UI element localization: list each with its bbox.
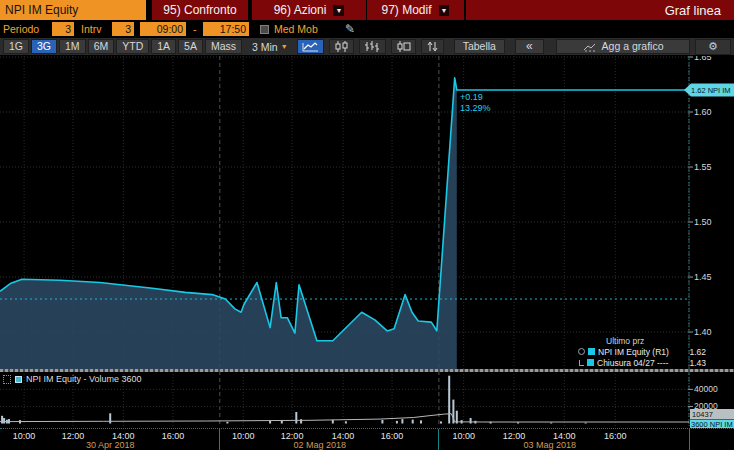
annotate-icon [579,360,584,366]
price-legend: Ultimo prz NPI IM Equity (R1) 1.62 Chius… [578,336,706,368]
security-input[interactable]: NPI IM Equity [0,0,146,20]
menu-azioni[interactable]: 96) Azioni ▼ [252,0,366,20]
volume-bar [412,420,414,424]
series-swatch [588,348,595,355]
chart-plot-area[interactable]: 1.651.601.551.501.451.4040000200001.62 N… [0,56,734,428]
agg-a-grafico-button[interactable]: Agg a grafico [556,39,691,54]
volume-bar [585,423,587,424]
gear-icon[interactable]: ⚙ [695,39,731,55]
time-tick-label: 12:00 [62,431,85,441]
view-title: Graf linea [665,3,721,18]
volume-bar [295,412,297,424]
menu-modif[interactable]: 97) Modif ▼ [367,0,464,20]
volume-bar [401,419,403,423]
series-swatch [587,359,594,366]
intrv-label: Intrv [81,23,101,35]
legend-item-value: 1.62 [689,347,706,357]
interval-label: 3 Min [252,41,278,53]
range-button-5a[interactable]: 5A [178,39,203,54]
candle-window-icon[interactable] [391,39,416,54]
volume-ma-line [0,414,689,422]
intrv-input[interactable]: 3 [112,22,134,36]
pane-options-icon [3,375,11,384]
volume-avg-tag-label: 10437 [692,410,713,419]
range-button-1g[interactable]: 1G [3,39,29,54]
time-tick-label: 10:00 [452,431,475,441]
volume-bar [109,413,111,423]
bloomberg-chart-window: NPI IM Equity 95) Confronto 96) Azioni ▼… [0,0,734,450]
periodo-input[interactable]: 3 [52,22,74,36]
med-mob-label: Med Mob [274,23,318,35]
volume-bar [396,421,398,424]
med-mob-checkbox[interactable] [260,25,269,34]
range-button-1m[interactable]: 1M [59,39,86,54]
volume-bar [381,420,383,424]
price-axis-label: 1.45 [694,272,712,282]
day-separator [438,429,439,450]
legend-item-last[interactable]: NPI IM Equity (R1) 1.62 [578,346,706,357]
price-axis-label: 1.65 [694,56,712,62]
time-tick-label: 12:00 [503,431,526,441]
compare-arrows-icon[interactable] [421,39,444,54]
price-axis-label: 1.60 [694,107,712,117]
periodo-label: Periodo [3,23,39,35]
date-label: 30 Apr 2018 [86,440,135,450]
time-axis: 10:0012:0014:0016:0010:0012:0014:0016:00… [0,428,734,450]
price-axis-label: 1.50 [694,217,712,227]
time-tick-label: 10:00 [232,431,255,441]
menu-azioni-label: 96) Azioni [274,3,327,17]
pane-divider[interactable] [0,369,734,372]
time-tick-label: 10:00 [13,431,36,441]
line-chart-icon[interactable] [297,39,324,54]
range-button-group: 1G3G1M6MYTD1A5AMass [3,39,242,54]
volume-bar [332,420,334,424]
view-title-segment: Graf linea [466,0,734,20]
day-separator [689,429,690,450]
volume-bar [440,421,442,423]
last-price-tag-label: 1.62 NPI IM [691,86,731,95]
collapse-panel-button[interactable]: « [515,39,544,54]
time-tick-label: 16:00 [604,431,627,441]
volume-bar [1,416,3,424]
legend-item-close[interactable]: Chiusura 04/27 ---- 1.43 [578,357,706,368]
volume-bar [269,421,271,424]
volume-bar [3,418,5,424]
track-icon [578,348,585,355]
candlestick-icon[interactable] [329,39,354,54]
volume-bar [550,423,552,424]
volume-bar [470,418,472,424]
range-button-mass[interactable]: Mass [205,39,242,54]
time-from-input[interactable]: 09:00 [140,22,186,36]
volume-legend[interactable]: NPI IM Equity - Volume 3600 [3,374,142,384]
range-button-3g[interactable]: 3G [31,39,57,54]
price-area-fill [0,78,457,370]
volume-bar [420,420,422,423]
tabella-button[interactable]: Tabella [454,39,505,54]
range-button-ytd[interactable]: YTD [116,39,149,54]
time-tick-label: 16:00 [381,431,404,441]
menu-confronto[interactable]: 95) Confronto [152,0,248,20]
volume-bar [226,422,228,424]
menu-modif-label: 97) Modif [382,3,432,17]
chart-region: 1.651.601.551.501.451.4040000200001.62 N… [0,56,734,428]
legend-item-label: NPI IM Equity (R1) [598,347,669,357]
volume-bar [300,419,302,423]
chevron-down-icon: ▼ [439,5,450,16]
volume-bar [345,421,347,423]
day-separator [219,429,220,450]
pencil-edit-icon[interactable]: ✎ [345,22,355,36]
mini-chart-icon [583,42,597,52]
volume-swatch [15,376,22,383]
range-button-6m[interactable]: 6M [88,39,115,54]
legend-item-label: Chiusura 04/27 ---- [597,358,668,368]
date-label: 02 Mag 2018 [293,440,346,450]
controls-bar: Periodo 3 Intrv 3 09:00 - 17:50 Med Mob … [0,21,734,38]
volume-bar [448,376,450,424]
time-to-input[interactable]: 17:50 [203,22,249,36]
interval-dropdown[interactable]: 3 Min ▼ [248,40,292,53]
date-label: 03 Mag 2018 [524,440,577,450]
menu-confronto-label: 95) Confronto [163,3,236,17]
legend-header: Ultimo prz [606,336,706,346]
range-button-1a[interactable]: 1A [151,39,176,54]
ohlc-bars-icon[interactable] [359,39,386,54]
